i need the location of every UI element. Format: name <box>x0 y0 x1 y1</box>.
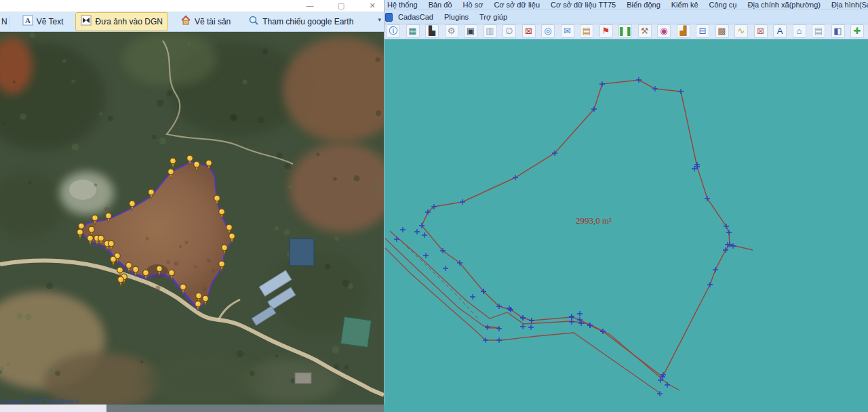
left-toolbar: N AVẽ TextĐưa ảnh vào DGNVẽ tài sảnTham … <box>0 12 384 32</box>
notepad-icon[interactable]: ▤ <box>812 24 825 38</box>
text-a-icon: A <box>22 15 33 28</box>
info-icon[interactable]: ⓘ <box>387 24 400 38</box>
add-file-icon[interactable]: ✚ <box>850 24 864 38</box>
hide-icon[interactable]: ∅ <box>502 24 516 38</box>
menu-item-4[interactable]: Cơ sở dữ liệu <box>488 1 545 9</box>
menu2-item-3[interactable]: Trợ giúp <box>474 13 513 21</box>
toolbar-button-label: Vẽ Text <box>37 17 64 26</box>
home-blue-icon[interactable]: ⌂ <box>793 24 806 38</box>
toolbar-overflow-caret[interactable]: ▾ <box>378 16 381 23</box>
histogram-icon[interactable]: ▟ <box>677 24 690 38</box>
toolbar-button-dua-anh-vao-dgn[interactable]: Đưa ảnh vào DGN <box>75 12 167 31</box>
menu-item-2[interactable]: Bản đồ <box>423 1 458 9</box>
toolbar-button-label: Tham chiếu google Earth <box>262 17 353 26</box>
minimize-button[interactable]: — <box>302 1 317 11</box>
cadascad-icon <box>385 13 393 22</box>
image-export-icon[interactable]: ▤ <box>580 24 593 38</box>
wrench-icon[interactable]: ⚙ <box>445 24 458 38</box>
bottom-scrollbar-strip[interactable] <box>0 405 106 412</box>
bottom-edge-strip <box>106 405 384 412</box>
parcel-area-label: 2993,0 m² <box>576 215 612 226</box>
search-icon <box>248 15 259 28</box>
svg-text:A: A <box>25 16 31 24</box>
presentation-icon[interactable]: ⊟ <box>696 24 709 38</box>
menu-item-1[interactable]: Hệ thống <box>384 1 423 9</box>
partial-button-label[interactable]: N <box>1 15 10 28</box>
shed <box>295 373 311 384</box>
map-attribution: Imagery ©2025 TerraMetrics <box>1 398 79 405</box>
chart-columns-icon[interactable]: ❚❚ <box>618 24 632 38</box>
menu-item-8[interactable]: Công cụ <box>704 1 743 9</box>
image-insert-icon <box>81 15 92 28</box>
cad-application-window: Hệ thốngBản đồHồ sơCơ sở dữ liệuCơ sở dữ… <box>384 0 868 412</box>
comment-icon[interactable]: ✉ <box>561 24 574 38</box>
menu-item-9[interactable]: Địa chính xã(phường) <box>743 1 827 9</box>
screen: { "left_window": { "controls": { "minimi… <box>0 0 868 412</box>
pond-structure <box>290 239 314 266</box>
menu-item-7[interactable]: Kiểm kê <box>666 1 704 9</box>
cad-toolbar: ⓘ▦▙⚙▣▥∅⊠◎✉▤⚑❚❚⚒◉▟⊟▩∿⊠A⌂▤◧✚▩ <box>384 24 868 39</box>
menu-item-5[interactable]: Cơ sở dữ liệu TT75 <box>545 1 621 9</box>
layers-delete-icon[interactable]: ⊠ <box>522 24 536 38</box>
home-icon <box>180 15 191 28</box>
cad-background <box>384 39 868 412</box>
gps-icon[interactable]: ◎ <box>541 24 555 38</box>
satellite-map-view[interactable]: Imagery ©2025 TerraMetrics <box>0 32 384 406</box>
grid-icon[interactable]: ▦ <box>406 24 420 38</box>
cad-canvas[interactable]: 2993,0 m² <box>384 39 868 412</box>
tools-icon[interactable]: ⚒ <box>638 24 652 38</box>
menu-item-10[interactable]: Địa hình(San nền) <box>826 1 868 9</box>
stamp-icon[interactable]: ▩ <box>715 24 729 38</box>
toolbar-button-label: Vẽ tài sản <box>195 17 231 26</box>
menu2-item-1[interactable]: CadasCad <box>393 13 439 21</box>
cad-menubar-row2: CadasCadPluginsTrợ giúp <box>384 10 868 24</box>
toolbar-button-tham-chieu-google-earth[interactable]: Tham chiếu google Earth <box>243 12 359 31</box>
image-delete-icon[interactable]: ⊠ <box>754 24 768 38</box>
toolbar-button-ve-text[interactable]: AVẽ Text <box>17 12 69 31</box>
select-frame-icon[interactable]: ▣ <box>464 24 477 38</box>
menu-item-3[interactable]: Hồ sơ <box>458 1 489 9</box>
maximize-button[interactable]: ▢ <box>334 1 349 11</box>
web-icon[interactable]: ◉ <box>657 24 671 38</box>
trend-icon[interactable]: ∿ <box>734 24 748 38</box>
cad-menubar-row1: Hệ thốngBản đồHồ sơCơ sở dữ liệuCơ sở dữ… <box>384 0 868 10</box>
menu2-item-2[interactable]: Plugins <box>439 13 474 21</box>
building-teal-roof <box>340 316 371 347</box>
close-button[interactable]: ✕ <box>365 1 380 11</box>
google-earth-tool-window: — ▢ ✕ N AVẽ TextĐưa ảnh vào DGNVẽ tài sả… <box>0 0 384 405</box>
map-marker-icon[interactable]: ⚑ <box>599 24 613 38</box>
left-window-titlebar[interactable]: — ▢ ✕ <box>0 0 384 12</box>
toolbar-button-label: Đưa ảnh vào DGN <box>95 17 162 26</box>
save-icon[interactable]: ◧ <box>831 24 845 38</box>
text-a-icon[interactable]: A <box>773 24 787 38</box>
toolbar-button-ve-tai-san[interactable]: Vẽ tài sản <box>175 12 236 31</box>
parcel-nodes-icon[interactable]: ▙ <box>425 24 439 38</box>
menu-item-6[interactable]: Biến động <box>621 1 666 9</box>
columns-icon[interactable]: ▥ <box>484 24 497 38</box>
